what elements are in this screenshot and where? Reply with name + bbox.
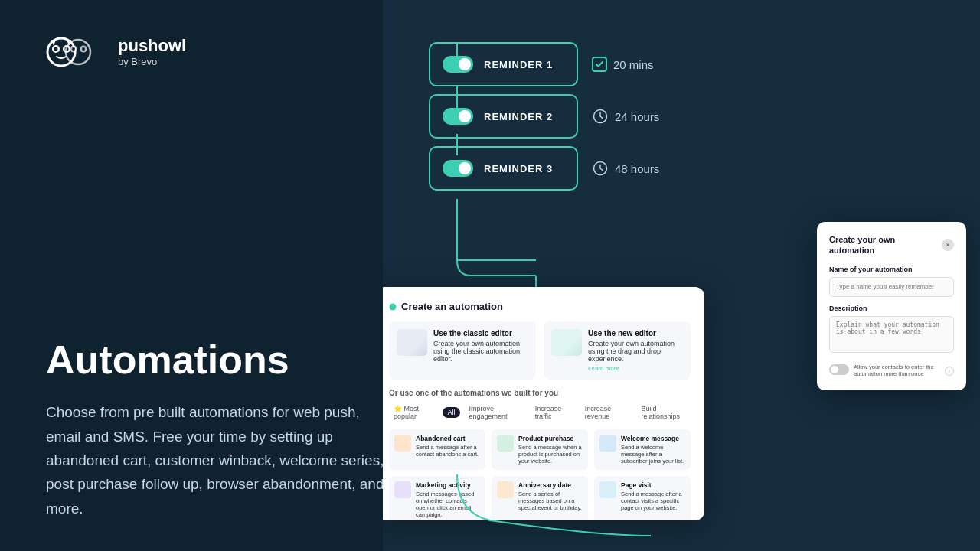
ca-item-welcome-text: Welcome message Send a welcome message a…	[621, 435, 685, 465]
reminder-3-time: 48 hours	[592, 160, 659, 177]
ca-item-marketing-text: Marketing activity Send messages based o…	[416, 481, 480, 518]
reminder-1-time-text: 20 mins	[613, 58, 654, 71]
ca-item-page-text: Page visit Send a message after a contac…	[621, 481, 685, 511]
ca-tab-revenue[interactable]: Increase revenue	[580, 403, 632, 422]
create-own-panel: Create your own automation × Name of you…	[817, 222, 966, 390]
ca-item-abandoned-cart[interactable]: Abandoned cart Send a message after a co…	[389, 429, 485, 470]
ca-editor-row: Use the classic editor Create your own a…	[389, 321, 691, 380]
ca-tab-relationships[interactable]: Build relationships	[636, 403, 691, 422]
main-content: Automations Choose from pre built automa…	[46, 338, 398, 520]
anniversary-icon	[497, 481, 514, 498]
reminder-row-1: REMINDER 1 20 mins	[429, 42, 659, 86]
left-panel: pushowl by Brevo Automations Choose from…	[0, 0, 444, 551]
reminder-3-time-text: 48 hours	[615, 162, 659, 175]
reminder-2-time: 24 hours	[592, 108, 659, 125]
cop-title: Create your own automation	[829, 234, 942, 256]
reminder-card-3[interactable]: REMINDER 3	[429, 146, 578, 191]
ca-item-product-text: Product purchase Send a message when a p…	[518, 435, 583, 465]
logo-icon	[46, 31, 107, 73]
right-panel: REMINDER 1 20 mins REMINDER 2 24 hours	[383, 0, 980, 551]
brand-name: pushowl by Brevo	[118, 36, 186, 68]
product-purchase-icon	[497, 435, 514, 452]
reminder-2-time-text: 24 hours	[615, 110, 659, 123]
ca-item-page-visit[interactable]: Page visit Send a message after a contac…	[594, 476, 691, 520]
ca-modal-title: Create an automation	[389, 301, 691, 312]
reminder-1-toggle[interactable]	[443, 56, 473, 73]
ca-automations-grid: Abandoned cart Send a message after a co…	[389, 429, 691, 520]
ca-new-img	[551, 329, 582, 356]
check-icon-1	[592, 57, 607, 72]
page-description: Choose from pre built automations for we…	[46, 400, 398, 520]
svg-point-9	[82, 47, 85, 51]
ca-item-anniversary-text: Anniversary date Send a series of messag…	[518, 481, 583, 511]
ca-tab-traffic[interactable]: Increase traffic	[531, 403, 576, 422]
ca-item-welcome[interactable]: Welcome message Send a welcome message a…	[594, 429, 691, 470]
cop-allow-toggle[interactable]	[829, 364, 849, 375]
cop-name-input[interactable]	[829, 277, 954, 297]
cop-desc-input[interactable]	[829, 316, 954, 353]
abandoned-cart-icon	[394, 435, 411, 452]
ca-tab-engage[interactable]: Improve engagement	[465, 403, 526, 422]
reminder-row-2: REMINDER 2 24 hours	[429, 94, 659, 139]
ca-tab-all[interactable]: All	[443, 407, 459, 418]
logo-area: pushowl by Brevo	[46, 31, 398, 73]
clock-icon-3	[592, 160, 609, 177]
cop-toggle-row: Allow your contacts to enter the automat…	[829, 364, 954, 379]
reminder-1-label: REMINDER 1	[484, 59, 553, 70]
reminder-card-1[interactable]: REMINDER 1	[429, 42, 578, 86]
reminder-card-2[interactable]: REMINDER 2	[429, 94, 578, 139]
ca-new-text: Use the new editor Create your own autom…	[588, 329, 683, 372]
ca-new-editor[interactable]: Use the new editor Create your own autom…	[544, 321, 691, 380]
svg-point-8	[72, 47, 75, 51]
clock-icon-2	[592, 108, 609, 125]
cop-name-label: Name of your automation	[829, 266, 954, 273]
cop-close-button[interactable]: ×	[942, 239, 954, 251]
learn-more-link[interactable]: Learn more	[588, 365, 683, 372]
ca-or-text: Or use one of the automations we built f…	[389, 389, 691, 397]
reminder-1-time: 20 mins	[592, 57, 654, 72]
cop-toggle-text: Allow your contacts to enter the automat…	[854, 364, 940, 379]
ca-item-product-purchase[interactable]: Product purchase Send a message when a p…	[492, 429, 588, 470]
reminder-2-toggle[interactable]	[443, 108, 473, 125]
reminder-row-3: REMINDER 3 48 hours	[429, 146, 659, 191]
reminder-3-toggle[interactable]	[443, 160, 473, 177]
reminder-3-label: REMINDER 3	[484, 163, 553, 174]
cop-header: Create your own automation ×	[829, 234, 954, 256]
create-automation-modal: Create an automation Use the classic edi…	[383, 287, 704, 520]
reminders-container: REMINDER 1 20 mins REMINDER 2 24 hours	[429, 42, 659, 191]
ca-classic-editor[interactable]: Use the classic editor Create your own a…	[389, 321, 536, 380]
page-visit-icon	[599, 481, 616, 498]
marketing-icon	[394, 481, 411, 498]
ca-classic-img	[397, 329, 427, 356]
ca-tabs: ⭐ Most popular All Improve engagement In…	[389, 403, 691, 422]
ca-item-marketing[interactable]: Marketing activity Send messages based o…	[389, 476, 485, 520]
cop-desc-label: Description	[829, 305, 954, 312]
reminder-2-label: REMINDER 2	[484, 111, 553, 122]
cop-info-icon[interactable]: i	[945, 367, 954, 376]
svg-point-18	[390, 303, 397, 310]
ca-classic-text: Use the classic editor Create your own a…	[433, 329, 528, 372]
ca-item-anniversary[interactable]: Anniversary date Send a series of messag…	[492, 476, 588, 520]
page-title: Automations	[46, 338, 398, 382]
ca-item-abandoned-text: Abandoned cart Send a message after a co…	[416, 435, 480, 458]
svg-point-3	[54, 47, 58, 51]
welcome-icon	[599, 435, 616, 452]
ca-tab-popular[interactable]: ⭐ Most popular	[389, 403, 438, 422]
